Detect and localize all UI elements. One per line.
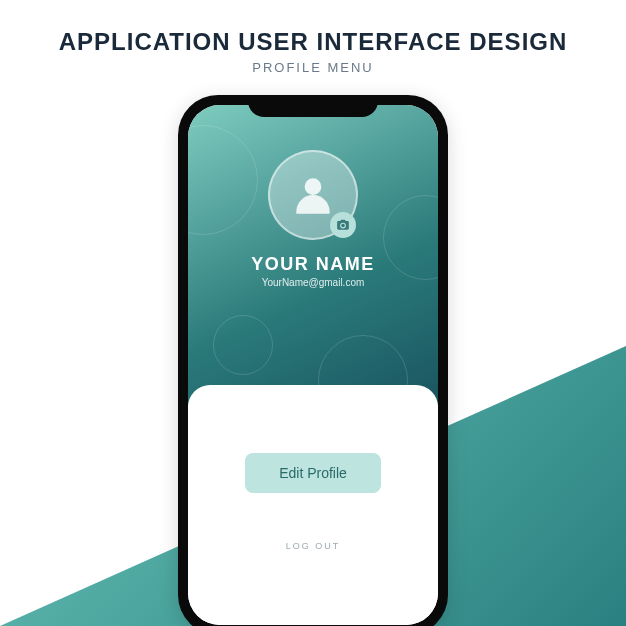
svg-point-1 [341,224,345,228]
page-subtitle: PROFILE MENU [0,60,626,75]
phone-notch [248,95,378,117]
avatar-container[interactable] [268,150,358,240]
decorative-circle [383,195,438,280]
camera-icon [336,218,350,232]
person-icon [288,170,338,220]
profile-header: YOUR NAME YourName@gmail.com [188,105,438,405]
edit-profile-button[interactable]: Edit Profile [245,453,381,493]
user-email: YourName@gmail.com [262,277,365,288]
logout-link[interactable]: LOG OUT [286,541,341,551]
camera-badge[interactable] [330,212,356,238]
bottom-card: Edit Profile LOG OUT [188,385,438,625]
phone-frame: YOUR NAME YourName@gmail.com Edit Profil… [178,95,448,626]
phone-screen: YOUR NAME YourName@gmail.com Edit Profil… [188,105,438,625]
page-title: APPLICATION USER INTERFACE DESIGN [0,0,626,56]
decorative-circle [188,125,258,235]
decorative-circle [213,315,273,375]
user-name: YOUR NAME [251,254,375,275]
svg-point-0 [305,178,322,195]
